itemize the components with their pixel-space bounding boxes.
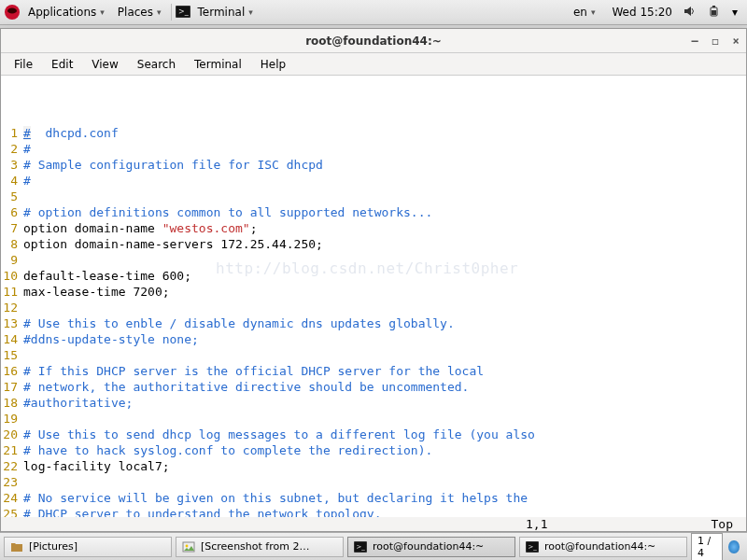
caret-icon: ▾ xyxy=(591,7,596,17)
editor-line: 16# If this DHCP server is the official … xyxy=(3,363,740,379)
editor-line: 18#authoritative; xyxy=(3,395,740,411)
line-content: default-lease-time 600; xyxy=(23,268,740,284)
editor-line: 3# Sample configuration file for ISC dhc… xyxy=(3,157,740,173)
line-content: # DHCP server to understand the network … xyxy=(23,506,740,517)
panel-separator xyxy=(171,4,172,21)
applications-menu[interactable]: Applications ▾ xyxy=(22,4,110,21)
line-content xyxy=(23,252,740,268)
editor-line: 24# No service will be given on this sub… xyxy=(3,490,740,506)
minimize-button[interactable]: – xyxy=(684,35,705,48)
line-content: max-lease-time 7200; xyxy=(23,284,740,300)
task-label: [Screenshot from 2… xyxy=(201,540,309,553)
line-number: 12 xyxy=(3,300,23,315)
line-number: 23 xyxy=(3,474,23,490)
menu-view[interactable]: View xyxy=(84,56,125,73)
editor-line: 17# network, the authoritative directive… xyxy=(3,379,740,395)
task-label: root@foundation44:~ xyxy=(544,540,655,553)
workspace-pager: 1 / 4 xyxy=(691,533,743,561)
line-content: #ddns-update-style none; xyxy=(23,331,740,347)
editor-line: 2# xyxy=(3,141,740,157)
editor-line: 25# DHCP server to understand the networ… xyxy=(3,506,740,517)
line-content: # xyxy=(23,141,740,157)
editor-line: 6# option definitions common to all supp… xyxy=(3,204,740,220)
menu-terminal[interactable]: Terminal xyxy=(187,56,249,73)
line-number: 5 xyxy=(3,189,23,204)
menu-edit[interactable]: Edit xyxy=(44,56,80,73)
line-content: log-facility local7; xyxy=(23,458,740,474)
vim-statusline: 1,1 Top xyxy=(1,517,746,531)
line-content: # No service will be given on this subne… xyxy=(23,490,740,506)
menu-file[interactable]: File xyxy=(7,56,40,73)
editor-line: 14#ddns-update-style none; xyxy=(3,331,740,347)
editor-line: 10default-lease-time 600; xyxy=(3,268,740,284)
taskbar-task[interactable]: >_root@foundation44:~ xyxy=(347,537,515,557)
input-source-label: en xyxy=(573,6,587,19)
line-number: 16 xyxy=(3,363,23,379)
places-menu[interactable]: Places ▾ xyxy=(112,4,167,21)
system-menu-caret-icon[interactable]: ▾ xyxy=(732,6,738,19)
places-label: Places xyxy=(118,6,153,19)
line-number: 9 xyxy=(3,252,23,268)
editor-line: 19 xyxy=(3,411,740,427)
line-content xyxy=(23,347,740,363)
line-content: # network, the authoritative directive s… xyxy=(23,379,740,395)
line-content: # dhcpd.conf xyxy=(23,125,740,141)
workspace-indicator[interactable]: 1 / 4 xyxy=(691,533,723,561)
active-app-menu[interactable]: Terminal ▾ xyxy=(192,4,259,21)
line-content: option domain-name-servers 172.25.44.250… xyxy=(23,236,740,252)
show-desktop-icon[interactable] xyxy=(728,540,740,553)
line-content xyxy=(23,300,740,315)
line-number: 2 xyxy=(3,141,23,157)
caret-icon: ▾ xyxy=(100,7,105,17)
scroll-position: Top xyxy=(694,517,740,531)
editor-line: 5 xyxy=(3,189,740,204)
line-content: # option definitions common to all suppo… xyxy=(23,204,740,220)
caret-icon: ▾ xyxy=(248,7,253,17)
svg-rect-8 xyxy=(712,10,716,15)
line-number: 15 xyxy=(3,347,23,363)
task-label: root@foundation44:~ xyxy=(373,540,484,553)
line-content: # xyxy=(23,173,740,189)
terminal-icon: >_ xyxy=(176,5,190,20)
line-number: 18 xyxy=(3,395,23,411)
editor-line: 7option domain-name "westos.com"; xyxy=(3,220,740,236)
editor-line: 4# xyxy=(3,173,740,189)
editor-line: 12 xyxy=(3,300,740,315)
line-number: 13 xyxy=(3,315,23,331)
line-number: 20 xyxy=(3,427,23,442)
svg-rect-7 xyxy=(712,6,715,7)
line-number: 3 xyxy=(3,157,23,173)
volume-icon[interactable] xyxy=(684,5,697,21)
distro-icon xyxy=(4,4,21,21)
svg-point-1 xyxy=(7,8,17,14)
editor-line: 22log-facility local7; xyxy=(3,458,740,474)
panel-left: Applications ▾ Places ▾ >_ Terminal ▾ xyxy=(4,4,259,21)
menu-search[interactable]: Search xyxy=(130,56,183,73)
svg-text:>_: >_ xyxy=(357,543,366,551)
menu-help[interactable]: Help xyxy=(253,56,293,73)
editor-viewport[interactable]: http://blog.csdn.net/Christ0pher 1# dhcp… xyxy=(1,76,746,517)
taskbar-task[interactable]: [Pictures] xyxy=(4,537,172,557)
close-button[interactable]: × xyxy=(726,35,746,48)
battery-icon[interactable] xyxy=(708,5,721,21)
line-content: # Sample configuration file for ISC dhcp… xyxy=(23,157,740,173)
line-content xyxy=(23,474,740,490)
editor-line: 11max-lease-time 7200; xyxy=(3,284,740,300)
input-source-indicator[interactable]: en ▾ xyxy=(568,4,601,21)
clock[interactable]: Wed 15:20 xyxy=(612,6,672,19)
line-number: 6 xyxy=(3,204,23,220)
line-content: # Use this to enble / disable dynamic dn… xyxy=(23,315,740,331)
line-number: 8 xyxy=(3,236,23,252)
line-number: 19 xyxy=(3,411,23,427)
taskbar-task[interactable]: [Screenshot from 2… xyxy=(176,537,344,557)
image-icon xyxy=(182,540,195,553)
taskbar-task[interactable]: >_root@foundation44:~ xyxy=(519,537,687,557)
maximize-button[interactable]: ◻ xyxy=(705,35,726,48)
editor-line: 20# Use this to send dhcp log messages t… xyxy=(3,427,740,442)
editor-line: 13# Use this to enble / disable dynamic … xyxy=(3,315,740,331)
window-titlebar[interactable]: root@foundation44:~ – ◻ × xyxy=(1,29,746,53)
line-content: #authoritative; xyxy=(23,395,740,411)
editor-line: 23 xyxy=(3,474,740,490)
line-number: 11 xyxy=(3,284,23,300)
line-content: # If this DHCP server is the official DH… xyxy=(23,363,740,379)
